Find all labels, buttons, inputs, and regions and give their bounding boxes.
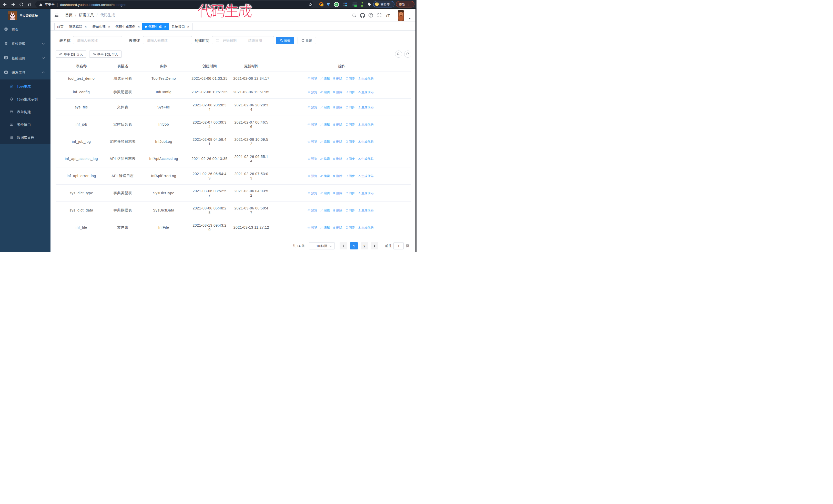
svg-text:1: 1 — [322, 4, 323, 6]
svg-text:on: on — [355, 5, 357, 6]
svg-text:T: T — [387, 13, 390, 18]
